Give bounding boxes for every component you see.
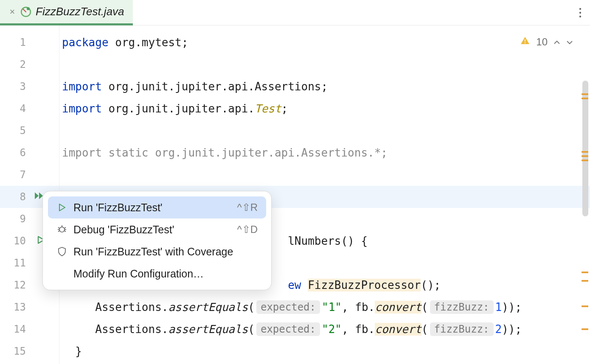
- warning-marker[interactable]: [582, 280, 588, 282]
- svg-line-10: [65, 227, 66, 228]
- debug-icon: [56, 224, 67, 235]
- code-line[interactable]: [59, 53, 590, 76]
- chevron-down-icon[interactable]: [566, 37, 573, 47]
- gutter-line[interactable]: 2: [0, 53, 59, 76]
- warning-marker[interactable]: [582, 272, 588, 273]
- warning-marker[interactable]: [582, 160, 588, 161]
- svg-point-4: [579, 15, 581, 17]
- svg-point-2: [579, 8, 581, 9]
- parameter-hint: expected:: [256, 322, 320, 336]
- scrollbar-thumb[interactable]: [582, 81, 588, 216]
- close-tab-icon[interactable]: ×: [8, 6, 16, 17]
- warning-marker[interactable]: [582, 155, 588, 157]
- gutter-line[interactable]: 15: [0, 340, 59, 362]
- warning-count: 10: [536, 36, 548, 48]
- inspection-widget[interactable]: 10: [520, 36, 573, 48]
- java-test-file-icon: [20, 6, 31, 17]
- chevron-up-icon[interactable]: [553, 37, 560, 47]
- svg-point-3: [579, 11, 581, 13]
- gutter-line[interactable]: 5: [0, 120, 59, 142]
- gutter-line[interactable]: 4: [0, 98, 59, 120]
- warning-marker[interactable]: [582, 93, 588, 95]
- shortcut-label: ^⇧D: [237, 224, 258, 235]
- code-line[interactable]: import org.junit.jupiter.api.Test;: [59, 98, 590, 120]
- svg-line-11: [58, 231, 59, 232]
- warning-marker[interactable]: [582, 98, 588, 99]
- svg-line-9: [58, 227, 59, 228]
- run-context-menu: Run 'FizzBuzzTest' ^⇧R Debug 'FizzBuzzTe…: [42, 191, 272, 290]
- gutter-line[interactable]: 6: [0, 142, 59, 164]
- menu-item-debug[interactable]: Debug 'FizzBuzzTest' ^⇧D: [48, 218, 266, 241]
- code-line[interactable]: Assertions.assertEquals(expected:"2", fb…: [59, 318, 590, 340]
- warning-icon: [520, 36, 530, 48]
- code-line[interactable]: Assertions.assertEquals(expected:"1", fb…: [59, 296, 590, 318]
- gutter-line[interactable]: 13: [0, 296, 59, 318]
- warning-marker[interactable]: [582, 305, 588, 307]
- tab-bar: × FizzBuzzTest.java: [0, 0, 590, 25]
- svg-line-12: [65, 231, 66, 232]
- shortcut-label: ^⇧R: [237, 202, 258, 213]
- menu-item-run[interactable]: Run 'FizzBuzzTest' ^⇧R: [48, 196, 266, 218]
- code-line[interactable]: }: [59, 340, 590, 362]
- tab-overflow-menu-icon[interactable]: [570, 0, 590, 25]
- editor-tab-fizzbuzztest[interactable]: × FizzBuzzTest.java: [0, 0, 133, 25]
- warning-marker[interactable]: [582, 328, 588, 330]
- svg-point-7: [59, 227, 65, 232]
- run-icon: [56, 202, 67, 213]
- gutter-line[interactable]: 7: [0, 164, 59, 186]
- svg-rect-5: [525, 39, 525, 42]
- tab-filename: FizzBuzzTest.java: [36, 5, 124, 18]
- menu-item-modify-config[interactable]: Modify Run Configuration…: [48, 263, 266, 285]
- code-line[interactable]: [59, 120, 590, 142]
- svg-rect-6: [525, 42, 525, 43]
- code-line[interactable]: [59, 164, 590, 186]
- gutter-line[interactable]: 14: [0, 318, 59, 340]
- parameter-hint: fizzBuzz:: [430, 322, 494, 336]
- menu-item-run-coverage[interactable]: Run 'FizzBuzzTest' with Coverage: [48, 241, 266, 263]
- svg-point-1: [27, 7, 30, 10]
- gutter-line[interactable]: 3: [0, 76, 59, 98]
- warning-marker[interactable]: [582, 151, 588, 153]
- parameter-hint: fizzBuzz:: [430, 300, 494, 314]
- parameter-hint: expected:: [256, 300, 320, 314]
- marker-stripe[interactable]: [580, 25, 590, 364]
- code-line[interactable]: package org.mytest;: [59, 31, 590, 53]
- code-line[interactable]: import org.junit.jupiter.api.Assertions;: [59, 76, 590, 98]
- gutter-line[interactable]: 1: [0, 31, 59, 53]
- code-line[interactable]: import static org.junit.jupiter.api.Asse…: [59, 142, 590, 164]
- coverage-icon: [56, 246, 67, 257]
